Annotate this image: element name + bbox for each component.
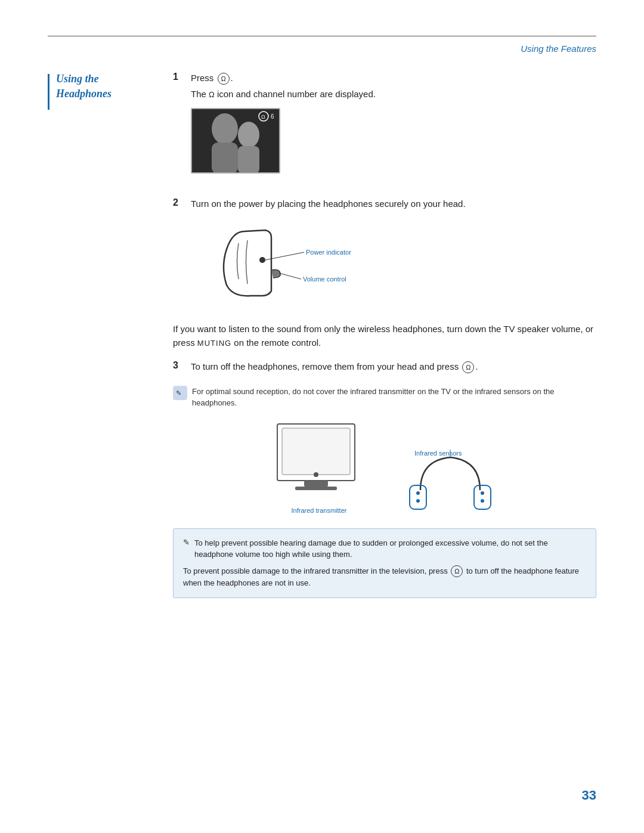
sidebar-blue-bar — [48, 74, 49, 110]
svg-point-25 — [481, 499, 484, 503]
page-number: 33 — [582, 788, 596, 803]
svg-text:6: 6 — [271, 113, 274, 120]
svg-rect-4 — [238, 146, 259, 174]
top-rule — [48, 36, 596, 36]
hp-outline-svg: Infrared sensors — [402, 448, 498, 514]
note-row: ✎ For optimal sound reception, do not co… — [173, 386, 596, 409]
note-text: For optimal sound reception, do not cove… — [192, 386, 596, 409]
step-3-text: To turn off the headphones, remove them … — [191, 360, 596, 374]
infrared-transmitter-label: Infrared transmitter — [292, 507, 347, 514]
left-sidebar: Using the Headphones — [48, 72, 167, 598]
warning-box: ✎ To help prevent possible hearing damag… — [173, 528, 596, 598]
svg-point-1 — [212, 113, 238, 144]
svg-point-22 — [416, 491, 420, 495]
svg-text:Volume control: Volume control — [303, 275, 346, 283]
step-2: 2 Turn on the power by placing the headp… — [173, 197, 596, 310]
svg-point-8 — [259, 257, 265, 263]
tv-screenshot-box: Ω 6 — [191, 108, 280, 174]
step-1-sub: The Ω icon and channel number are displa… — [191, 88, 596, 101]
headphone-button-icon-2: Ω — [462, 361, 474, 373]
page-container: Using the Features Using the Headphones … — [0, 0, 644, 833]
headphone-button-icon: Ω — [218, 73, 230, 85]
warning-text-2: To prevent possible damage to the infrar… — [183, 565, 586, 589]
page-header: Using the Features — [48, 44, 596, 54]
svg-rect-20 — [410, 485, 426, 509]
svg-text:Ω: Ω — [261, 114, 265, 120]
svg-point-24 — [481, 491, 484, 495]
warning-icon-1: ✎ — [183, 538, 190, 547]
step-3-content: To turn off the headphones, remove them … — [191, 360, 596, 374]
section-title: Using the Headphones — [48, 72, 155, 101]
step-3: 3 To turn off the headphones, remove the… — [173, 360, 596, 374]
para-between-steps: If you want to listen to the sound from … — [173, 322, 596, 350]
step-2-content: Turn on the power by placing the headpho… — [191, 197, 596, 310]
headphone-button-icon-3: Ω — [451, 565, 463, 577]
tv-diagram: Infrared transmitter — [271, 421, 367, 514]
step-1: 1 Press Ω. The Ω icon and channel number… — [173, 72, 596, 185]
step-2-number: 2 — [173, 197, 185, 310]
tv-diagram-svg — [271, 421, 367, 504]
step-2-text: Turn on the power by placing the headpho… — [191, 197, 596, 211]
svg-text:Infrared sensors: Infrared sensors — [414, 450, 462, 457]
hp-outline-diagram: Infrared sensors — [402, 448, 498, 514]
svg-text:Power indicator: Power indicator — [306, 249, 351, 256]
header-title: Using the Features — [521, 44, 596, 54]
svg-rect-21 — [474, 485, 491, 509]
muting-text: MUTING — [197, 339, 231, 348]
tv-screenshot-inner: Ω 6 — [192, 109, 279, 172]
headphone-diagram-container: Power indicator Volume control — [209, 219, 596, 305]
step-3-number: 3 — [173, 360, 185, 374]
note-icon: ✎ — [173, 386, 187, 400]
warning-text-1: To help prevent possible hearing damage … — [194, 537, 586, 561]
svg-text:✎: ✎ — [176, 389, 181, 397]
svg-rect-2 — [212, 143, 238, 174]
svg-rect-16 — [282, 428, 350, 475]
step-1-content: Press Ω. The Ω icon and channel number a… — [191, 72, 596, 185]
svg-point-3 — [238, 122, 259, 148]
svg-point-23 — [416, 499, 420, 503]
svg-rect-18 — [295, 487, 337, 490]
svg-point-19 — [314, 472, 318, 477]
diagrams-row: Infrared transmitter — [173, 421, 596, 514]
warning-row-1: ✎ To help prevent possible hearing damag… — [183, 537, 586, 561]
svg-line-11 — [279, 273, 301, 279]
svg-rect-17 — [304, 481, 328, 487]
tv-screenshot: Ω 6 — [191, 108, 280, 174]
section-wrapper: Using the Headphones 1 Press Ω. The Ω ic… — [48, 72, 596, 598]
step-1-number: 1 — [173, 72, 185, 185]
main-content: 1 Press Ω. The Ω icon and channel number… — [167, 72, 596, 598]
headphone-side-diagram: Power indicator Volume control — [209, 219, 376, 303]
step-1-text: Press Ω. — [191, 72, 596, 85]
